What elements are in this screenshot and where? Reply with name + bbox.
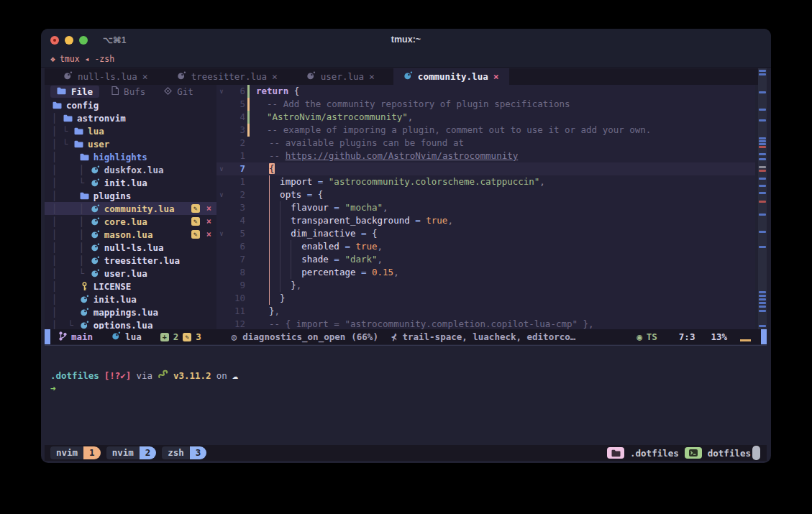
tmux-window-index: 2 — [140, 446, 157, 459]
editor-line[interactable]: 3 flavour = "mocha", — [216, 201, 755, 214]
buffer-tab[interactable]: null-ls.lua× — [53, 68, 158, 85]
code-text: dim_inactive = { — [252, 227, 378, 240]
tree-item-label: community.lua — [104, 203, 175, 214]
tree-item-astronvim[interactable]: │ astronvim — [45, 111, 216, 124]
scrollbar-change-mark — [759, 119, 766, 121]
tree-item-core.lua[interactable]: │ │ core.lua✎× — [45, 215, 216, 228]
tmux-window-nvim-2[interactable]: nvim2 — [106, 446, 157, 459]
shell-pane[interactable]: .dotfiles [!?✔] via v3.11.2 on ☁ ➜ — [45, 346, 767, 445]
editor-line[interactable]: 9 }, — [216, 279, 755, 292]
tree-item-lua[interactable]: │ └ lua — [45, 124, 216, 137]
neotree-tab-bufs[interactable]: Bufs — [105, 86, 152, 98]
lua-file-icon — [63, 71, 73, 83]
editor-line[interactable]: 1 -- https://github.com/AstroNvim/astroc… — [216, 150, 755, 162]
editor-line[interactable]: 4 transparent_background = true, — [216, 214, 755, 227]
tmux-window-nvim-1[interactable]: nvim1 — [50, 446, 101, 459]
folder-icon — [73, 140, 84, 148]
close-buffer-icon[interactable]: × — [369, 71, 375, 82]
neotree-tab-git[interactable]: Git — [158, 86, 200, 98]
tree-item-mappings.lua[interactable]: │ mappings.lua — [45, 306, 216, 318]
buffer-tab-label: user.lua — [321, 71, 364, 82]
code-text: shade = "dark", — [252, 253, 383, 266]
tree-item-init.lua[interactable]: │ └ init.lua — [45, 176, 216, 189]
tree-item-null-ls.lua[interactable]: │ │ null-ls.lua — [45, 241, 216, 254]
scrollbar-change-mark — [759, 143, 766, 145]
code-token: = — [355, 228, 372, 239]
folder-icon — [57, 86, 66, 97]
code-text: percentage = 0.15, — [252, 266, 399, 279]
tree-item-config[interactable]: config — [45, 98, 216, 111]
prompt-directory: .dotfiles — [50, 370, 99, 381]
close-buffer-icon[interactable]: × — [272, 71, 278, 82]
code-token: , — [539, 176, 545, 187]
tree-item-user.lua[interactable]: │ └ user.lua — [45, 267, 216, 280]
editor-line[interactable]: 8 percentage = 0.15, — [216, 266, 755, 279]
buffer-tab[interactable]: user.lua× — [296, 68, 385, 85]
git-diff-segment: + 2 ✎ 3 — [160, 331, 201, 342]
line-number: 12 — [227, 318, 245, 329]
tree-indent-guide: │ └ — [52, 268, 90, 279]
tree-item-community.lua[interactable]: │ │ community.lua✎× — [45, 202, 216, 215]
fold-icon[interactable]: ∨ — [216, 227, 227, 240]
editor-line[interactable]: 5 -- Add the community repository of plu… — [216, 98, 755, 111]
editor-line[interactable]: 12 -- { import = "astrocommunity.complet… — [216, 318, 755, 329]
tree-item-label: user.lua — [104, 268, 147, 279]
lua-file-icon — [90, 269, 101, 278]
editor-line[interactable]: ∨7 { — [216, 162, 755, 175]
fold-icon — [216, 266, 227, 279]
editor-scrollbar[interactable] — [758, 68, 767, 329]
editor-line[interactable]: 3 -- example of imporing a plugin, comme… — [216, 124, 755, 137]
editor-pane[interactable]: ∨6return {5 -- Add the community reposit… — [216, 85, 755, 329]
terminal-tab-label: tmux ◂ -zsh — [60, 54, 114, 64]
editor-line[interactable]: 1 import = "astrocommunity.colorscheme.c… — [216, 175, 755, 188]
code-token: , — [408, 111, 414, 122]
tree-item-label: highlights — [93, 152, 147, 162]
code-token: = — [355, 267, 372, 277]
editor-line[interactable]: 7 shade = "dark", — [216, 253, 755, 266]
folder-badge-icon — [607, 447, 624, 459]
editor-line[interactable]: ∨5 dim_inactive = { — [216, 227, 755, 240]
editor-line[interactable]: ∨2 opts = { — [216, 188, 755, 201]
neotree-tab-file[interactable]: File — [50, 86, 99, 98]
code-token: transparent_background — [258, 215, 410, 226]
editor-line[interactable]: 6 enabled = true, — [216, 240, 755, 253]
editor-line[interactable]: ∨6return { — [216, 85, 755, 98]
close-buffer-icon[interactable]: × — [142, 71, 148, 82]
fold-icon[interactable]: ∨ — [216, 162, 227, 175]
close-buffer-icon[interactable]: × — [493, 71, 499, 82]
scrollbar-change-mark — [759, 295, 766, 297]
code-token: , — [383, 202, 388, 213]
lsp-segment: ◎ diagnostics_on_open (66%) — [232, 331, 378, 342]
fold-icon[interactable]: ∨ — [216, 85, 227, 98]
editor-line[interactable]: 4 "AstroNvim/astrocommunity", — [216, 111, 755, 124]
mode-indicator-right — [761, 329, 767, 344]
cursor-position: 7:3 — [679, 331, 695, 342]
editor-line[interactable]: 10 } — [216, 292, 755, 305]
tree-item-mason.lua[interactable]: │ │ mason.lua✎× — [45, 228, 216, 241]
tmux-status-label: dotfiles — [708, 448, 751, 459]
code-token: percentage — [258, 267, 355, 277]
tree-item-LICENSE[interactable]: │ LICENSE — [45, 280, 216, 293]
editor-line[interactable]: 2 -- available plugins can be found at — [216, 137, 755, 150]
fold-icon — [216, 292, 227, 305]
tree-item-user[interactable]: │ └ user — [45, 137, 216, 150]
terminal-badge-icon — [685, 447, 702, 459]
tree-item-plugins[interactable]: │ plugins — [45, 189, 216, 202]
buffer-tab[interactable]: community.lua× — [393, 68, 509, 85]
tree-indent-guide: │ — [52, 307, 79, 318]
code-token: = — [312, 176, 329, 187]
line-number: 3 — [227, 124, 245, 137]
terminal-tab[interactable]: ❖ tmux ◂ -zsh — [50, 54, 114, 64]
editor-line[interactable]: 11 }, — [216, 305, 755, 318]
tree-item-duskfox.lua[interactable]: │ │ duskfox.lua — [45, 163, 216, 176]
tmux-window-zsh-3[interactable]: zsh3 — [162, 446, 206, 459]
buffer-tab[interactable]: treesitter.lua× — [167, 68, 288, 85]
scrollbar-change-mark — [759, 158, 766, 160]
tree-item-init.lua[interactable]: │ init.lua — [45, 293, 216, 306]
tree-item-label: mason.lua — [104, 229, 153, 240]
tree-item-highlights[interactable]: │ highlights — [45, 150, 216, 163]
fold-icon[interactable]: ∨ — [216, 188, 227, 201]
lua-file-icon — [90, 178, 101, 188]
tree-item-options.lua[interactable]: │ └ options.lua — [45, 318, 216, 329]
tree-item-treesitter.lua[interactable]: │ │ treesitter.lua — [45, 254, 216, 267]
